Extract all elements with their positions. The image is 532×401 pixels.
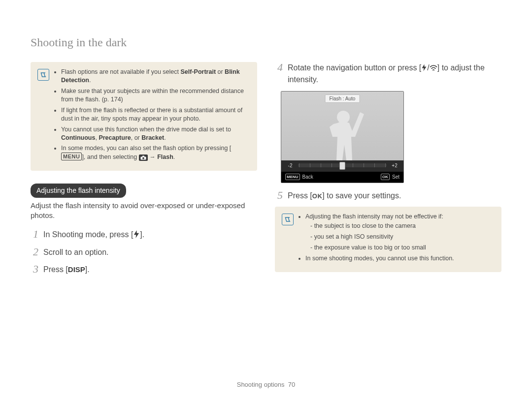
right-column: 4 Rotate the navigation button or press …: [275, 62, 501, 280]
menu-badge: MENU: [61, 153, 82, 160]
note-subitem: the subject is too close to the camera: [310, 222, 454, 230]
text: Press [: [43, 265, 68, 274]
camera-display: Flash : Auto -2 +2: [281, 91, 404, 183]
text: .: [89, 77, 91, 84]
note-item: Adjusting the flash intensity may not be…: [305, 213, 454, 252]
step-item: 3 Press [DISP].: [31, 264, 257, 275]
disp-badge: DISP: [68, 265, 85, 274]
footer-section: Shooting options: [237, 381, 285, 388]
text: Flash options are not available if you s…: [61, 68, 181, 75]
page-footer: Shooting options 70: [0, 380, 532, 389]
page-title: Shooting in the dark: [31, 34, 501, 50]
text: Make sure that your subjects are within …: [61, 88, 244, 103]
note-list: Flash options are not available if you s…: [54, 68, 250, 164]
bold-text: Continuous: [61, 134, 95, 141]
note-icon: [37, 69, 49, 81]
intensity-slider[interactable]: [298, 163, 387, 167]
text: ].: [140, 230, 144, 239]
footer-page-number: 70: [288, 381, 295, 388]
camera-preview: Flash : Auto: [281, 92, 403, 160]
bold-text: Self-Portrait: [181, 68, 216, 75]
slider-max-label: +2: [390, 162, 399, 169]
note-box: Adjusting the flash intensity may not be…: [275, 207, 501, 272]
text: .: [173, 154, 175, 160]
two-column-layout: Flash options are not available if you s…: [31, 62, 501, 280]
text: In Shooting mode, press [: [43, 230, 133, 239]
text: ] to save your settings.: [322, 191, 401, 200]
step-text: Press [DISP].: [43, 264, 257, 275]
set-hint: OK Set: [381, 174, 399, 181]
svg-rect-1: [142, 156, 144, 157]
svg-marker-3: [134, 230, 139, 238]
note-list: Adjusting the flash intensity may not be…: [299, 213, 454, 265]
slider-min-label: -2: [285, 162, 295, 169]
step-item: 4 Rotate the navigation button or press …: [275, 62, 501, 85]
note-item: In some shooting modes, you cannot use t…: [305, 254, 454, 263]
wifi-icon: [430, 63, 437, 74]
note-subitem: the exposure value is too big or too sma…: [310, 244, 454, 252]
step-text: In Shooting mode, press [].: [43, 229, 257, 241]
set-label: Set: [392, 174, 399, 181]
left-column: Flash options are not available if you s…: [31, 62, 257, 280]
step-number: 2: [31, 247, 38, 257]
back-hint: MENU Back: [285, 174, 313, 181]
text: In some modes, you can also set the flas…: [61, 145, 231, 152]
note-item: Make sure that your subjects are within …: [61, 87, 250, 104]
note-sublist: the subject is too close to the camera y…: [305, 222, 454, 252]
section-description: Adjust the flash intensity to avoid over…: [31, 201, 257, 221]
camera-icon: [139, 154, 148, 161]
steps-list-right-2: 5 Press [OK] to save your settings.: [275, 190, 501, 201]
text: You cannot use this function when the dr…: [61, 126, 231, 133]
text: ], and then selecting: [82, 154, 138, 160]
step-text: Press [OK] to save your settings.: [288, 190, 501, 201]
bold-text: Flash: [157, 154, 173, 160]
slider-thumb[interactable]: [339, 162, 345, 170]
camera-footer: MENU Back OK Set: [281, 172, 403, 183]
note-box: Flash options are not available if you s…: [31, 62, 257, 171]
note-item: Flash options are not available if you s…: [61, 68, 250, 85]
text: →: [148, 154, 157, 160]
ok-badge: OK: [312, 192, 323, 201]
step-number: 5: [275, 190, 283, 201]
text: Press [: [288, 191, 312, 200]
step-text: Scroll to an option.: [43, 247, 257, 258]
flash-icon: [421, 63, 427, 74]
text: Adjusting the flash intensity may not be…: [305, 213, 443, 220]
step-text: Rotate the navigation button or press [/…: [288, 62, 501, 85]
section-heading-pill: Adjusting the flash intensity: [31, 184, 126, 198]
step-number: 4: [275, 62, 283, 73]
text: , or: [131, 134, 142, 141]
bold-text: Precapture: [99, 134, 131, 141]
subject-silhouette: [313, 102, 372, 160]
note-item: If light from the flash is reflected or …: [61, 106, 250, 123]
intensity-slider-row: -2 +2: [281, 160, 403, 172]
flash-icon: [133, 230, 140, 241]
note-item: In some modes, you can also set the flas…: [61, 144, 250, 161]
back-label: Back: [302, 174, 313, 181]
text: ].: [85, 265, 90, 274]
manual-page: Shooting in the dark Flash options are n…: [0, 0, 532, 401]
step-number: 1: [31, 229, 38, 240]
flash-mode-label: Flash : Auto: [325, 94, 360, 103]
svg-point-2: [142, 157, 144, 159]
note-item: You cannot use this function when the dr…: [61, 125, 250, 142]
text: If light from the flash is reflected or …: [61, 107, 242, 122]
step-item: 5 Press [OK] to save your settings.: [275, 190, 501, 201]
svg-marker-4: [422, 64, 427, 71]
step-number: 3: [31, 264, 38, 275]
step-item: 2 Scroll to an option.: [31, 247, 257, 258]
note-icon: [282, 214, 294, 225]
text: or: [216, 68, 225, 75]
steps-list-right: 4 Rotate the navigation button or press …: [275, 62, 501, 85]
menu-key-badge: MENU: [285, 174, 300, 180]
steps-list-left: 1 In Shooting mode, press []. 2 Scroll t…: [31, 229, 257, 275]
step-item: 1 In Shooting mode, press [].: [31, 229, 257, 241]
bold-text: Bracket: [141, 134, 164, 141]
note-subitem: you set a high ISO sensitivity: [310, 233, 454, 241]
ok-key-badge: OK: [381, 174, 390, 180]
text: Rotate the navigation button or press [: [288, 63, 421, 72]
